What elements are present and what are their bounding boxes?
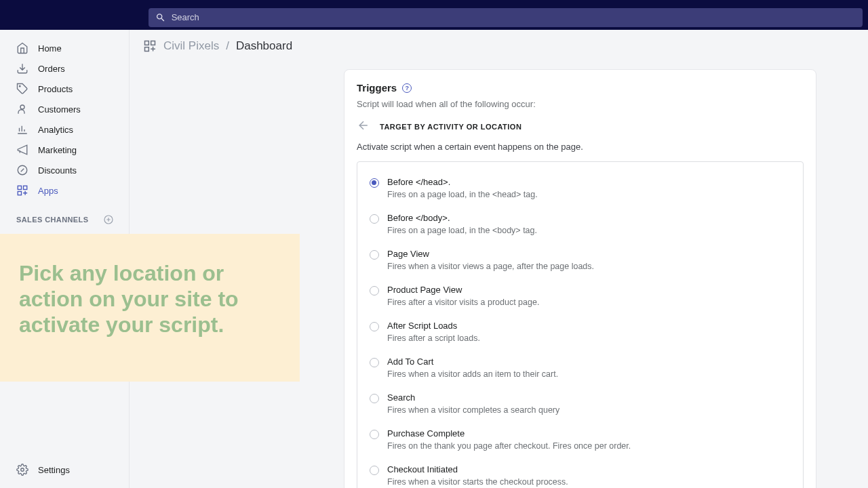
products-icon [16, 83, 28, 95]
option-desc: Fires on a page load, in the <head> tag. [387, 190, 791, 199]
trigger-option[interactable]: Before </body>.Fires on a page load, in … [357, 206, 803, 242]
option-title: Purchase Complete [387, 428, 791, 439]
radio[interactable] [370, 322, 379, 331]
option-desc: Fires after a visitor visits a product p… [387, 298, 791, 307]
trigger-option[interactable]: Purchase CompleteFires on the thank you … [357, 422, 803, 458]
radio[interactable] [370, 214, 379, 224]
nav-home[interactable]: Home [0, 38, 129, 58]
breadcrumb-sep: / [226, 39, 229, 53]
card-title: Triggers [357, 82, 397, 94]
trigger-options: Before </head>.Fires on a page load, in … [357, 161, 804, 488]
section-label: TARGET BY ACTIVITY OR LOCATION [380, 123, 521, 131]
svg-point-7 [21, 468, 24, 472]
card-header: Triggers ? Script will load when all of … [344, 82, 816, 109]
trigger-option[interactable]: SearchFires when a visitor completes a s… [357, 386, 803, 422]
nav-settings[interactable]: Settings [0, 455, 129, 488]
nav-discounts[interactable]: Discounts [0, 160, 129, 180]
search-input[interactable] [172, 12, 856, 22]
option-desc: Fires when a visitor views a page, after… [387, 262, 791, 271]
radio[interactable] [370, 178, 379, 188]
svg-rect-5 [18, 192, 21, 195]
option-title: Checkout Initiated [387, 464, 791, 474]
option-title: Search [387, 392, 791, 403]
svg-rect-3 [18, 186, 21, 189]
discounts-icon [16, 164, 28, 176]
radio[interactable] [370, 466, 379, 475]
option-title: After Script Loads [387, 321, 791, 331]
option-title: Before </body>. [387, 213, 791, 223]
sidebar: Home Orders Products Customers Analytics… [0, 30, 130, 488]
option-title: Add To Cart [387, 357, 791, 367]
trigger-option[interactable]: After Script LoadsFires after a script l… [357, 314, 803, 350]
svg-rect-9 [151, 41, 155, 45]
radio[interactable] [370, 250, 379, 260]
search-icon [155, 12, 166, 23]
customers-icon [16, 103, 28, 115]
back-button[interactable] [357, 119, 370, 135]
svg-rect-8 [145, 41, 149, 45]
callout: Pick any location or action on your site… [0, 234, 300, 382]
search-wrap [130, 3, 868, 27]
radio[interactable] [370, 286, 379, 296]
option-title: Before </head>. [387, 177, 791, 187]
analytics-icon [16, 123, 28, 136]
svg-point-0 [20, 86, 21, 87]
nav-label: Orders [38, 64, 65, 74]
nav-label: Products [38, 84, 73, 94]
nav: Home Orders Products Customers Analytics… [0, 30, 129, 209]
nav-apps[interactable]: Apps [0, 180, 129, 201]
search-box[interactable] [149, 8, 863, 27]
gear-icon [16, 464, 28, 476]
nav-label: Home [38, 43, 62, 54]
option-title: Product Page View [387, 285, 791, 295]
nav-label: Customers [38, 104, 81, 115]
card-title-row: Triggers ? [357, 82, 804, 94]
trigger-option[interactable]: Checkout InitiatedFires when a visitor s… [357, 458, 803, 488]
breadcrumb-parent[interactable]: Civil Pixels [163, 39, 219, 53]
option-desc: Fires when a visitor starts the checkout… [387, 477, 791, 487]
section-row: TARGET BY ACTIVITY OR LOCATION [344, 109, 816, 139]
trigger-option[interactable]: Add To CartFires when a visitor adds an … [357, 350, 803, 386]
settings-label: Settings [38, 465, 70, 475]
breadcrumb: Civil Pixels / Dashboard [130, 30, 868, 62]
breadcrumb-current: Dashboard [236, 39, 292, 53]
option-desc: Fires after a script loads. [387, 333, 791, 343]
nav-analytics[interactable]: Analytics [0, 119, 129, 140]
card-subtitle: Script will load when all of the followi… [357, 99, 804, 109]
topbar [0, 0, 868, 30]
section-desc: Activate script when a certain event hap… [344, 139, 816, 161]
orders-icon [16, 62, 28, 75]
callout-text: Pick any location or action on your site… [19, 261, 281, 338]
trigger-option[interactable]: Page ViewFires when a visitor views a pa… [357, 242, 803, 278]
nav-marketing[interactable]: Marketing [0, 140, 129, 160]
radio[interactable] [370, 430, 379, 439]
radio[interactable] [370, 358, 379, 367]
marketing-icon [16, 144, 28, 156]
option-desc: Fires when a visitor completes a search … [387, 405, 791, 415]
arrow-left-icon [357, 119, 370, 132]
home-icon [16, 42, 28, 54]
svg-rect-4 [24, 186, 27, 189]
nav-products[interactable]: Products [0, 79, 129, 99]
apps-icon [16, 184, 28, 197]
triggers-card: Triggers ? Script will load when all of … [344, 69, 816, 488]
trigger-option[interactable]: Product Page ViewFires after a visitor v… [357, 278, 803, 314]
section-label: SALES CHANNELS [16, 216, 88, 224]
option-desc: Fires on the thank you page after checko… [387, 441, 791, 451]
svg-point-1 [20, 105, 24, 109]
add-channel-icon[interactable] [103, 214, 114, 225]
radio[interactable] [370, 394, 379, 403]
trigger-option[interactable]: Before </head>.Fires on a page load, in … [357, 170, 803, 206]
nav-label: Discounts [38, 165, 77, 176]
sales-channels-header: SALES CHANNELS [0, 209, 129, 230]
nav-orders[interactable]: Orders [0, 58, 129, 79]
option-desc: Fires when a visitor adds an item to the… [387, 369, 791, 379]
svg-rect-10 [145, 47, 149, 52]
nav-label: Apps [38, 186, 58, 196]
nav-label: Marketing [38, 145, 77, 155]
option-desc: Fires on a page load, in the <body> tag. [387, 226, 791, 235]
logo-area [0, 0, 130, 30]
nav-customers[interactable]: Customers [0, 99, 129, 119]
help-icon[interactable]: ? [402, 83, 412, 93]
nav-label: Analytics [38, 125, 73, 135]
